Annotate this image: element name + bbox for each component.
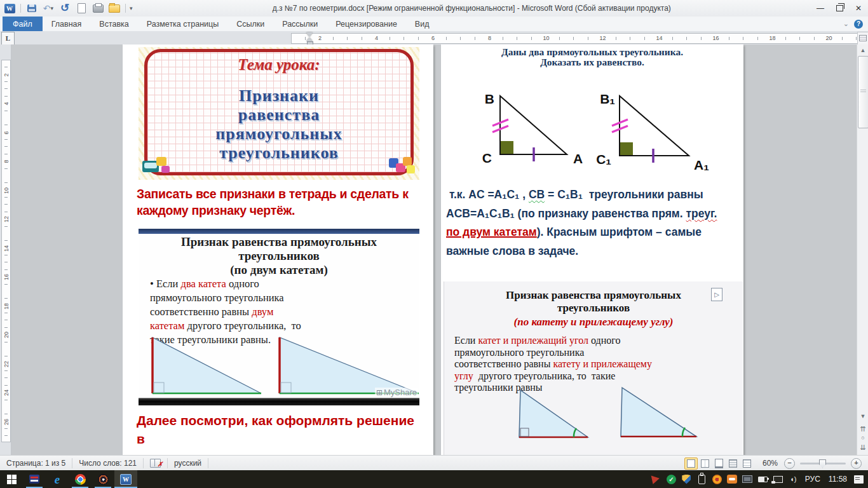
floppy-app-icon	[29, 475, 39, 484]
flower-app-icon[interactable]	[712, 474, 722, 485]
web-layout-button[interactable]	[712, 458, 726, 470]
usb-device-icon[interactable]	[696, 474, 707, 485]
slide-image-topic[interactable]: Тема урока: Признакиравенствапрямоугольн…	[139, 47, 419, 180]
tab-review[interactable]: Рецензирование	[327, 17, 406, 31]
tab-view[interactable]: Вид	[406, 17, 438, 31]
vertex-label: B₁	[600, 92, 615, 106]
scrollbar-thumb[interactable]	[858, 56, 868, 128]
horizontal-ruler: L 2 4 6 8 10 12 14 16 18 20	[0, 31, 868, 44]
open-button[interactable]	[107, 2, 121, 15]
notification-center-icon[interactable]	[853, 474, 864, 485]
close-button[interactable]: ✕	[849, 1, 868, 15]
antivirus-check-icon[interactable]: ✓	[666, 474, 677, 485]
outline-view-icon	[729, 459, 737, 468]
vertex-label: A	[573, 151, 583, 166]
document-canvas[interactable]: Тема урока: Признакиравенствапрямоугольн…	[11, 44, 857, 455]
taskbar-recorder-app[interactable]	[92, 470, 114, 488]
scroll-down-button[interactable]: ▼	[858, 412, 868, 421]
tab-mailings[interactable]: Рассылки	[273, 17, 327, 31]
taskbar-app-floppy[interactable]	[23, 470, 46, 488]
zoom-slider-track[interactable]	[800, 463, 846, 464]
car-app-icon[interactable]	[727, 474, 738, 485]
previous-page-button[interactable]: ⇈	[858, 424, 868, 433]
tab-stop-selector[interactable]: L	[1, 32, 15, 45]
vertex-label: C₁	[596, 152, 611, 166]
taskbar-chrome[interactable]	[69, 470, 92, 488]
volume-icon[interactable]: ◖)	[788, 474, 799, 485]
zoom-out-button[interactable]: –	[784, 458, 795, 469]
save-button[interactable]	[25, 2, 39, 15]
vertical-scrollbar[interactable]: ▲ ▼ ⇈ ○ ⇊	[857, 44, 868, 455]
show-ruler-button[interactable]	[857, 32, 868, 45]
ruler-number: 4	[3, 101, 9, 107]
object-anchor-icon[interactable]: ▷	[711, 288, 722, 301]
clipart-numbers	[388, 156, 417, 177]
slide-subtitle: (по катету и прилежащему углу)	[444, 316, 743, 329]
page-count-indicator[interactable]: Страница: 1 из 5	[0, 458, 72, 468]
vertex-label: C	[482, 151, 492, 165]
pointer-app-icon[interactable]	[651, 474, 661, 485]
slide-title: Признак равенства прямоугольныхтреугольн…	[444, 289, 743, 315]
slide-image-leg-angle-criterion[interactable]: Признак равенства прямоугольныхтреугольн…	[444, 281, 743, 455]
word-count-indicator[interactable]: Число слов: 121	[72, 458, 144, 468]
language-indicator[interactable]: русский	[168, 458, 208, 468]
tab-home[interactable]: Главная	[43, 17, 91, 31]
display-icon[interactable]	[742, 474, 753, 485]
tab-file[interactable]: Файл	[3, 17, 43, 31]
taskbar-edge[interactable]: e	[46, 470, 69, 488]
start-button[interactable]	[0, 470, 23, 488]
ruler-number: 12	[597, 35, 607, 41]
quick-access-toolbar: W ↶▾ ↺ ▾	[0, 2, 133, 15]
taskbar-word[interactable]: W	[114, 470, 137, 488]
network-icon[interactable]	[773, 474, 783, 485]
select-browse-object-button[interactable]: ○	[858, 434, 868, 442]
document-page-1-left[interactable]: Тема урока: Признакиравенствапрямоугольн…	[123, 44, 433, 455]
ruler-number: 18	[3, 302, 10, 311]
tab-insert[interactable]: Вставка	[90, 17, 137, 31]
tab-page-layout[interactable]: Разметка страницы	[138, 17, 227, 31]
slide-image-two-legs-criterion[interactable]: Признак равенства прямоугольныхтреугольн…	[139, 229, 419, 405]
zoom-level[interactable]: 60%	[763, 459, 778, 468]
zoom-in-button[interactable]: +	[851, 458, 862, 469]
redo-button[interactable]: ↺	[58, 2, 72, 15]
clock[interactable]: 11:58	[827, 475, 849, 484]
restore-button[interactable]	[830, 1, 849, 15]
system-tray: ✓ ◖) РУС 11:58	[651, 474, 868, 485]
new-document-button[interactable]	[74, 2, 88, 15]
first-line-indent-marker[interactable]	[306, 32, 313, 37]
print-layout-view-button[interactable]	[684, 458, 698, 470]
ruler-number: 6	[3, 130, 9, 135]
full-screen-reading-button[interactable]	[698, 458, 712, 470]
minimize-button[interactable]: —	[811, 1, 830, 15]
windows-taskbar: e W ✓ ◖) РУС 11:58	[0, 470, 868, 488]
reading-view-icon	[701, 459, 709, 468]
spellcheck-status[interactable]	[144, 458, 168, 468]
zoom-slider-thumb[interactable]	[819, 459, 826, 468]
document-page-2-right[interactable]: Даны два прямоугольных треугольника.Дока…	[441, 44, 743, 455]
slide-body-text: Если катет и прилежащий угол одногопрямо…	[454, 335, 734, 394]
word-logo-icon[interactable]: W	[3, 2, 17, 15]
help-icon[interactable]: ?	[854, 20, 863, 29]
defender-shield-icon[interactable]	[681, 474, 692, 485]
ruler-number: 8	[3, 159, 9, 165]
tab-references[interactable]: Ссылки	[227, 17, 273, 31]
window-title: д.з №7 по геометрии.docx [Режим ограниче…	[133, 4, 811, 13]
open-folder-icon	[109, 4, 120, 13]
draft-view-icon	[743, 459, 751, 468]
scroll-up-button[interactable]: ▲	[858, 46, 868, 55]
print-button[interactable]	[91, 2, 105, 15]
undo-button[interactable]: ↶▾	[41, 2, 55, 15]
input-language-indicator[interactable]: РУС	[803, 475, 822, 484]
expand-ribbon-icon[interactable]: ⌄	[843, 20, 849, 28]
ruler-number: 10	[3, 186, 10, 195]
battery-icon[interactable]	[757, 474, 768, 485]
next-page-button[interactable]: ⇊	[858, 443, 868, 452]
slide-top-bar	[139, 229, 419, 234]
vertex-label: A₁	[694, 158, 709, 172]
outline-view-button[interactable]	[726, 458, 740, 470]
slide-title-text: Признакиравенствапрямоугольныхтреугольни…	[139, 86, 419, 163]
right-triangles-proof-figure[interactable]: B C A B₁ C₁ A₁	[452, 79, 732, 184]
ruler-number: 4	[373, 35, 380, 41]
vertex-label: B	[485, 92, 494, 106]
draft-view-button[interactable]	[740, 458, 754, 470]
